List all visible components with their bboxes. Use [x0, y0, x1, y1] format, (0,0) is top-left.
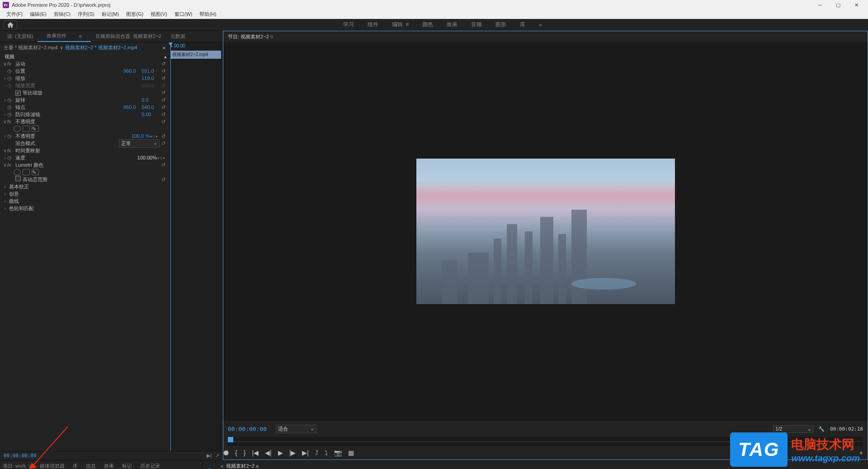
- twirl-icon[interactable]: ∨: [3, 119, 7, 125]
- out-point-icon[interactable]: }: [244, 449, 246, 456]
- pen-mask-button[interactable]: ✎: [32, 169, 39, 175]
- menu-view[interactable]: 视图(V): [147, 11, 171, 18]
- hdr-checkbox[interactable]: [15, 176, 21, 181]
- twirl-icon[interactable]: ›: [3, 133, 7, 139]
- tab-source[interactable]: 源: (无剪辑): [3, 31, 38, 42]
- workspace-tab-effects[interactable]: 效果: [447, 21, 458, 28]
- twirl-icon[interactable]: ∨: [3, 61, 7, 67]
- add-keyframe-icon[interactable]: ◇: [152, 134, 155, 138]
- twirl-icon[interactable]: ›: [3, 97, 7, 103]
- position-x-value[interactable]: 960.0: [123, 68, 142, 74]
- reset-icon[interactable]: ↺: [160, 119, 167, 125]
- go-to-out-icon[interactable]: ▶|: [302, 449, 309, 456]
- marker-icon[interactable]: ⬣: [223, 449, 229, 456]
- wrench-icon[interactable]: 🔧: [818, 426, 825, 432]
- reset-icon[interactable]: ↺: [160, 97, 167, 103]
- stopwatch-icon[interactable]: ◷: [7, 75, 14, 81]
- reset-icon[interactable]: ↺: [160, 177, 167, 183]
- speed-value[interactable]: 100.00%: [137, 155, 157, 160]
- opacity-value[interactable]: 100.0 %: [132, 133, 150, 139]
- uniform-scale-checkbox[interactable]: [15, 90, 21, 96]
- menu-window[interactable]: 窗口(W): [171, 11, 196, 18]
- tab-library[interactable]: 库: [73, 463, 78, 469]
- twirl-icon[interactable]: ›: [3, 198, 7, 204]
- reset-icon[interactable]: ↺: [160, 83, 167, 89]
- ec-opacity[interactable]: 不透明度: [14, 118, 160, 125]
- play-icon[interactable]: ▶: [278, 449, 283, 456]
- workspace-tab-library[interactable]: 库: [520, 21, 525, 28]
- pen-mask-button[interactable]: ✎: [32, 126, 39, 132]
- twirl-icon[interactable]: ›: [3, 155, 7, 160]
- workspace-tab-color[interactable]: 颜色: [422, 21, 433, 28]
- reset-icon[interactable]: ↺: [160, 141, 167, 146]
- tab-media-browser[interactable]: 媒体浏览器: [40, 463, 65, 469]
- close-button[interactable]: ✕: [847, 0, 865, 10]
- ellipse-mask-button[interactable]: [14, 169, 21, 175]
- menu-graphics[interactable]: 图形(G): [123, 11, 147, 18]
- reset-icon[interactable]: ↺: [160, 104, 167, 110]
- prev-keyframe-icon[interactable]: ◂: [157, 156, 159, 160]
- workspace-tab-assembly[interactable]: 组件: [368, 21, 378, 28]
- minimize-button[interactable]: ─: [811, 0, 829, 10]
- anchor-x-value[interactable]: 960.0: [123, 104, 142, 110]
- program-monitor-view[interactable]: [223, 42, 868, 421]
- stopwatch-icon[interactable]: ◷: [7, 112, 14, 117]
- ec-motion[interactable]: 运动: [14, 61, 160, 67]
- stopwatch-icon[interactable]: ◷: [7, 155, 14, 161]
- twirl-icon[interactable]: ›: [3, 191, 7, 197]
- antiflicker-value[interactable]: 0.00: [142, 112, 160, 117]
- tab-metadata[interactable]: 元数据: [166, 31, 190, 42]
- menu-help[interactable]: 帮助(H): [196, 11, 220, 18]
- rotation-value[interactable]: 0.0: [142, 97, 160, 103]
- reset-icon[interactable]: ↺: [160, 133, 167, 139]
- workspace-overflow[interactable]: »: [539, 22, 542, 28]
- in-point-icon[interactable]: {: [235, 449, 237, 456]
- selection-tool-icon[interactable]: ▲: [205, 465, 213, 469]
- twirl-icon[interactable]: ›: [3, 206, 7, 211]
- ec-color-wheels[interactable]: 色轮和匹配: [7, 205, 167, 212]
- twirl-icon[interactable]: ∨: [3, 148, 7, 154]
- zoom-fit-select[interactable]: 适合⌄: [276, 425, 316, 433]
- menu-markers[interactable]: 标记(M): [98, 11, 123, 18]
- twirl-icon[interactable]: ›: [3, 112, 7, 117]
- ellipse-mask-button[interactable]: [14, 126, 21, 132]
- add-button-icon[interactable]: +: [859, 449, 863, 456]
- lift-icon[interactable]: ⤴: [315, 449, 318, 456]
- export-icon[interactable]: ↗: [215, 453, 219, 459]
- workspace-tab-graphics[interactable]: 图形: [495, 21, 506, 28]
- tab-project[interactable]: 项目: work ≡: [3, 463, 32, 469]
- ec-lumetri[interactable]: Lumetri 颜色: [14, 162, 160, 169]
- next-keyframe-icon[interactable]: ▸: [156, 134, 158, 138]
- reset-icon[interactable]: ↺: [160, 61, 167, 67]
- workspace-tab-edit[interactable]: 编辑 ≡: [392, 21, 409, 28]
- go-to-in-icon[interactable]: |◀: [252, 449, 259, 456]
- workspace-tab-learn[interactable]: 学习: [343, 21, 354, 28]
- program-timecode[interactable]: 00:00:00:00: [228, 426, 267, 432]
- tab-audio-mixer[interactable]: 音频剪辑混合器: 视频素材2~2: [91, 31, 166, 42]
- loop-icon[interactable]: ▶|: [207, 453, 212, 459]
- menu-edit[interactable]: 编辑(E): [26, 11, 50, 18]
- stopwatch-icon[interactable]: ◷: [7, 97, 14, 103]
- blend-mode-select[interactable]: 正常⌄: [119, 139, 160, 148]
- ec-play-icon[interactable]: ▸: [163, 45, 166, 51]
- home-icon[interactable]: [4, 20, 17, 29]
- ec-curves[interactable]: 曲线: [7, 198, 167, 205]
- step-forward-icon[interactable]: |▶: [289, 449, 296, 456]
- menu-sequence[interactable]: 序列(S): [74, 11, 98, 18]
- reset-icon[interactable]: ↺: [160, 162, 167, 168]
- ec-clip-link[interactable]: 视频素材2~2 * 视频素材2~2.mp4: [65, 44, 137, 51]
- tab-effects[interactable]: 效果: [104, 463, 114, 469]
- anchor-y-value[interactable]: 540.0: [142, 104, 160, 110]
- maximize-button[interactable]: ▢: [829, 0, 847, 10]
- stopwatch-icon[interactable]: ◷: [7, 68, 14, 74]
- extract-icon[interactable]: ⤵: [325, 449, 328, 456]
- scale-value[interactable]: 119.0: [142, 75, 160, 81]
- ec-creative[interactable]: 创意: [7, 191, 167, 197]
- export-frame-icon[interactable]: 📷: [334, 449, 342, 456]
- stopwatch-icon[interactable]: ◷: [7, 104, 14, 110]
- comparison-icon[interactable]: ▦: [348, 449, 354, 456]
- twirl-icon[interactable]: ∨: [3, 162, 7, 168]
- next-keyframe-icon[interactable]: ▸: [163, 156, 165, 160]
- reset-icon[interactable]: ↺: [160, 75, 167, 81]
- stopwatch-icon[interactable]: ◷: [7, 133, 14, 139]
